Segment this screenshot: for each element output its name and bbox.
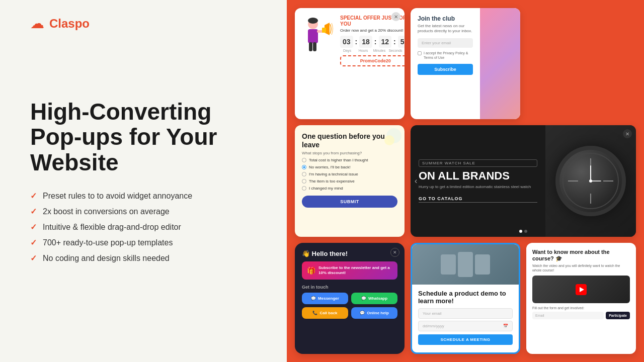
whatsapp-icon: 💬 xyxy=(361,296,366,301)
course-form-row: Email Participate xyxy=(532,312,630,319)
feature-4: ✓700+ ready-to-use pop-up templates xyxy=(30,238,257,247)
card-exit-survey: One question before you leave What stops… xyxy=(295,125,405,236)
watch-label: SUMMER WATCH SALE xyxy=(419,159,537,167)
calendar-icon: 📅 xyxy=(503,324,508,328)
radio-option-5[interactable]: I changed my mind xyxy=(302,186,397,191)
features-list: ✓Preset rules to to avoid widget annoyan… xyxy=(30,191,257,263)
logo-icon: ☁ xyxy=(30,15,44,32)
svg-rect-3 xyxy=(309,42,312,51)
card-course: Want to know more about the course? 🎓 Wa… xyxy=(526,243,636,354)
demo-title: Schedule a product demo to learn more! xyxy=(418,290,513,305)
carousel-dots xyxy=(519,230,527,233)
course-subtitle: Watch the video and you will definitely … xyxy=(532,263,630,273)
watch-illustration xyxy=(555,146,626,216)
svg-point-1 xyxy=(308,18,318,24)
course-video[interactable] xyxy=(532,276,630,303)
messenger-icon: 💬 xyxy=(311,296,316,301)
right-panel: ✕ xyxy=(287,0,644,362)
check-icon-3: ✓ xyxy=(30,222,37,232)
svg-point-15 xyxy=(589,179,592,183)
check-icon-5: ✓ xyxy=(30,253,37,263)
demo-email-input[interactable]: Your email xyxy=(418,308,513,319)
svg-rect-7 xyxy=(322,28,326,33)
video-background xyxy=(532,276,630,303)
course-email-input[interactable]: Email xyxy=(532,312,604,319)
countdown-seconds: 58 xyxy=(398,36,405,48)
participate-button[interactable]: Participate xyxy=(606,312,630,319)
left-panel: ☁ Claspo High-Converting Pop-ups for You… xyxy=(0,0,287,362)
phone-icon: 📞 xyxy=(312,311,317,315)
countdown-minutes: 12 xyxy=(379,36,392,48)
subscribe-button[interactable]: Subscribe xyxy=(418,64,473,75)
feature-5: ✓No coding and design skills needed xyxy=(30,253,257,263)
radio-option-2[interactable]: No worries, I'll be back! xyxy=(302,165,397,169)
person-2 xyxy=(458,252,473,277)
schedule-meeting-button[interactable]: SCHEDULE A MEETING xyxy=(418,334,513,345)
subscribe-banner[interactable]: 🎁 Subscribe to the newsletter and get a … xyxy=(302,261,397,280)
card-special-offer: ✕ xyxy=(295,8,405,119)
svg-rect-4 xyxy=(313,42,316,51)
join-image xyxy=(480,8,520,119)
radio-label-2: No worries, I'll be back! xyxy=(309,165,350,169)
privacy-checkbox[interactable]: I accept the Privacy Policy & Terms of U… xyxy=(418,51,473,60)
svg-rect-2 xyxy=(308,29,318,43)
radio-option-3[interactable]: I'm having a technical issue xyxy=(302,172,397,176)
close-icon[interactable]: ✕ xyxy=(391,12,400,21)
check-icon-2: ✓ xyxy=(30,207,37,216)
watch-image xyxy=(545,125,636,236)
whatsapp-button[interactable]: 💬 Whatsapp xyxy=(351,293,397,304)
demo-date-input[interactable]: dd/mm/yyyy 📅 xyxy=(418,321,513,331)
countdown-days: 03 xyxy=(340,36,353,48)
card-schedule-demo: Schedule a product demo to learn more! Y… xyxy=(411,243,520,354)
watch-content: ‹ SUMMER WATCH SALE ON ALL BRANDS Hurry … xyxy=(411,125,545,236)
radio-option-1[interactable]: Total cost is higher than I thought xyxy=(302,158,397,162)
radio-label-5: I changed my mind xyxy=(309,186,343,191)
checkbox-icon xyxy=(418,51,422,55)
people-illustration xyxy=(412,244,519,285)
special-offer-content: SPECIAL OFFER JUST FOR YOU Order now and… xyxy=(340,15,405,66)
radio-option-4[interactable]: The item is too expensive xyxy=(302,179,397,184)
feature-1: ✓Preset rules to to avoid widget annoyan… xyxy=(30,191,257,201)
promo-code[interactable]: PromoCode20 xyxy=(340,55,405,66)
banner-text: Subscribe to the newsletter and get a 10… xyxy=(318,265,392,276)
question-title: One question before you leave xyxy=(302,132,397,149)
person-3 xyxy=(475,254,490,275)
radio-label-4: The item is too expensive xyxy=(309,179,355,184)
get-in-touch-label: Get in touch xyxy=(302,285,397,290)
demo-image xyxy=(412,244,519,285)
play-button[interactable] xyxy=(576,284,587,295)
check-icon-1: ✓ xyxy=(30,191,37,201)
callback-button[interactable]: 📞 Call back xyxy=(302,307,348,319)
radio-circle-4 xyxy=(302,179,306,184)
radio-circle-5 xyxy=(302,186,306,191)
join-title: Join the club xyxy=(418,15,473,22)
join-subtitle: Get the latest news on our products dire… xyxy=(418,24,473,34)
prev-arrow-icon[interactable]: ‹ xyxy=(415,176,417,186)
card-join-club: ✕ Join the club Get the latest news on o… xyxy=(411,8,520,119)
contact-buttons: 💬 Messenger 💬 Whatsapp 📞 Call back 💬 Onl… xyxy=(302,293,397,319)
play-icon xyxy=(580,287,584,292)
radio-circle-3 xyxy=(302,172,306,176)
submit-button[interactable]: SUBMIT xyxy=(302,196,397,208)
card-hello-widget: ✕ 👋 Hello there! 🎁 Subscribe to the news… xyxy=(295,243,405,354)
illustration-megaphone xyxy=(302,15,337,66)
question-subtitle: What stops you from purchasing? xyxy=(302,151,397,155)
logo[interactable]: ☁ Claspo xyxy=(30,15,90,32)
messenger-button[interactable]: 💬 Messenger xyxy=(302,293,348,304)
dot-2[interactable] xyxy=(524,230,527,233)
check-icon-4: ✓ xyxy=(30,238,37,247)
feature-3: ✓Intuitive & flexible drag-and-drop edit… xyxy=(30,222,257,232)
dot-1[interactable] xyxy=(519,230,522,233)
watch-cta-button[interactable]: GO TO CATALOG xyxy=(419,196,537,203)
feature-2: ✓2x boost in conversions on average xyxy=(30,207,257,216)
special-offer-subtitle: Order now and get a 20% discount! xyxy=(340,28,405,33)
checkbox-label: I accept the Privacy Policy & Terms of U… xyxy=(424,51,473,60)
course-title: Want to know more about the course? 🎓 xyxy=(532,249,630,262)
email-input-join[interactable]: Enter your email xyxy=(418,38,473,48)
course-form-label: Fill out the form and get involved: xyxy=(532,306,630,310)
radio-circle-2 xyxy=(302,165,306,169)
online-help-button[interactable]: 💬 Online help xyxy=(351,307,397,319)
close-icon-hello[interactable]: ✕ xyxy=(390,248,399,257)
join-image-background xyxy=(480,8,520,119)
hello-title: 👋 Hello there! xyxy=(302,250,397,257)
